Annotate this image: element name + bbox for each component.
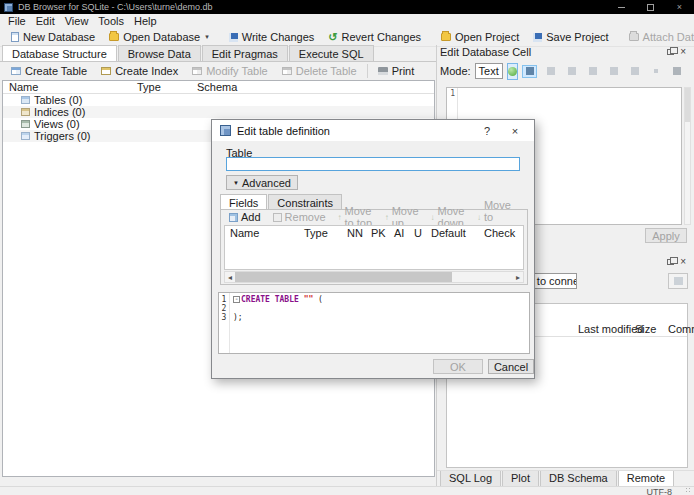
tree-item-indices[interactable]: Indices (0) (3, 106, 434, 118)
new-database-button[interactable]: New Database (4, 29, 102, 45)
cell-editor-scrollbar[interactable] (684, 87, 691, 225)
status-bar: UTF-8 (0, 486, 694, 495)
remove-icon (273, 213, 282, 222)
indices-icon (21, 108, 30, 116)
float-panel-icon[interactable] (667, 259, 674, 265)
close-panel-icon[interactable]: × (680, 257, 686, 267)
col-nn[interactable]: NN (342, 227, 366, 239)
mode-select[interactable]: Text▼ (475, 63, 503, 79)
revert-changes-button[interactable]: ↺ Revert Changes (321, 29, 428, 45)
menu-tools[interactable]: Tools (93, 15, 129, 27)
fields-grid[interactable]: Name Type NN PK AI U Default Check (224, 225, 524, 270)
create-table-button[interactable]: Create Table (4, 63, 94, 79)
advanced-button[interactable]: ▼ Advanced (226, 175, 298, 190)
resize-grip[interactable] (685, 487, 692, 494)
cloud-icon (674, 277, 683, 285)
remote-col-modified[interactable]: Last modified (578, 323, 643, 335)
tab-execute-sql[interactable]: Execute SQL (289, 45, 374, 61)
float-panel-icon[interactable] (667, 49, 674, 55)
close-button[interactable]: × (665, 0, 694, 14)
sql-preview[interactable]: 1 2 3 -CREATE TABLE "" ( ); (218, 292, 530, 354)
window-title: DB Browser for SQLite - C:\Users\turne\d… (18, 2, 213, 12)
text-direction-icon[interactable] (543, 65, 558, 78)
import-file-icon[interactable] (564, 65, 579, 78)
tree-col-name[interactable]: Name (3, 81, 131, 93)
tab-remote[interactable]: Remote (618, 471, 675, 487)
dialog-help-button[interactable]: ? (476, 125, 498, 137)
minimize-button[interactable] (607, 0, 636, 14)
scroll-left-icon[interactable]: ◂ (225, 273, 235, 282)
maximize-button[interactable] (636, 0, 665, 14)
col-name[interactable]: Name (225, 227, 299, 239)
tab-fields[interactable]: Fields (220, 194, 267, 210)
cancel-button[interactable]: Cancel (488, 359, 534, 374)
menu-file[interactable]: File (3, 15, 31, 27)
remote-col-commit[interactable]: Commit (668, 323, 694, 335)
tab-sql-log[interactable]: SQL Log (440, 471, 501, 487)
remote-col-size[interactable]: Size (635, 323, 656, 335)
open-project-button[interactable]: Open Project (434, 29, 526, 45)
maximize-icon (647, 4, 654, 11)
dialog-close-button[interactable]: × (504, 125, 526, 137)
tab-browse-data[interactable]: Browse Data (118, 45, 201, 61)
move-down-icon: ↓ (431, 213, 435, 222)
minimize-icon (618, 7, 625, 8)
close-panel-icon[interactable]: × (680, 47, 686, 57)
tree-col-type[interactable]: Type (131, 81, 191, 93)
toolbar-separator (367, 64, 368, 78)
export-file-icon[interactable] (585, 65, 600, 78)
menu-view[interactable]: View (60, 15, 94, 27)
write-changes-button[interactable]: Write Changes (222, 29, 322, 45)
edit-cell-panel-header: Edit Database Cell × (440, 45, 690, 58)
add-field-button[interactable]: Add (224, 211, 266, 223)
menu-help[interactable]: Help (129, 15, 162, 27)
create-index-button[interactable]: Create Index (94, 63, 185, 79)
close-icon: × (677, 2, 682, 12)
tree-item-tables[interactable]: Tables (0) (3, 94, 434, 106)
sql-gutter: 1 2 3 (219, 293, 230, 353)
open-database-dropdown-icon[interactable]: ▾ (205, 33, 209, 41)
chevron-down-icon: ▼ (233, 180, 239, 186)
tab-plot[interactable]: Plot (502, 471, 539, 487)
dialog-icon (220, 125, 231, 136)
col-ai[interactable]: AI (389, 227, 409, 239)
tree-col-schema[interactable]: Schema (191, 81, 311, 93)
delete-table-button: Delete Table (275, 63, 364, 79)
delete-table-icon (282, 67, 292, 75)
fullscreen-icon[interactable] (627, 65, 642, 78)
fields-grid-hscrollbar[interactable]: ◂ ▸ (224, 271, 524, 283)
fold-icon[interactable]: - (233, 296, 240, 303)
tab-db-schema[interactable]: DB Schema (540, 471, 617, 487)
col-u[interactable]: U (409, 227, 426, 239)
open-external-icon[interactable] (606, 65, 621, 78)
auto-format-toggle[interactable] (507, 63, 518, 80)
save-project-button[interactable]: Save Project (526, 29, 615, 45)
ok-button: OK (433, 359, 483, 374)
tab-constraints[interactable]: Constraints (268, 194, 342, 210)
fields-grid-header: Name Type NN PK AI U Default Check (225, 226, 523, 239)
save-project-icon (533, 33, 542, 42)
dialog-title-bar[interactable]: Edit table definition ? × (212, 120, 534, 141)
open-project-icon (441, 33, 451, 41)
open-database-icon (109, 33, 119, 41)
scroll-right-icon[interactable]: ▸ (513, 273, 523, 282)
add-icon (229, 213, 238, 222)
word-wrap-icon[interactable] (522, 65, 537, 78)
col-type[interactable]: Type (299, 227, 342, 239)
triggers-icon (21, 132, 30, 140)
col-default[interactable]: Default (426, 227, 479, 239)
set-null-icon[interactable] (648, 65, 663, 78)
print-cell-icon[interactable] (669, 65, 684, 78)
attach-database-icon (629, 33, 639, 41)
table-name-input[interactable] (226, 157, 520, 171)
tab-database-structure[interactable]: Database Structure (2, 45, 117, 61)
col-pk[interactable]: PK (366, 227, 389, 239)
open-database-button[interactable]: Open Database ▾ (102, 29, 216, 45)
new-database-icon (11, 32, 19, 42)
remove-field-button: Remove (268, 211, 331, 223)
menu-edit[interactable]: Edit (31, 15, 60, 27)
scrollbar-thumb[interactable] (235, 272, 452, 282)
print-button[interactable]: Print (371, 63, 422, 79)
col-check[interactable]: Check (479, 227, 521, 239)
tab-edit-pragmas[interactable]: Edit Pragmas (202, 45, 288, 61)
